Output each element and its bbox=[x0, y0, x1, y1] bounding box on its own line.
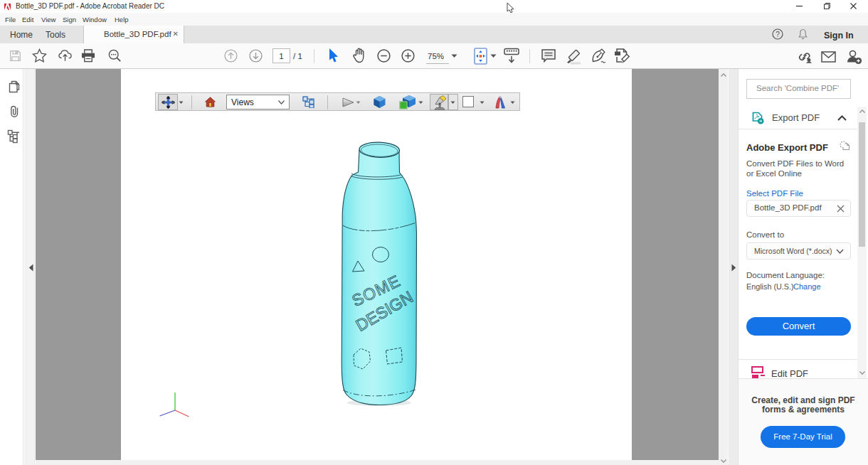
svg-text:?: ? bbox=[776, 31, 780, 38]
